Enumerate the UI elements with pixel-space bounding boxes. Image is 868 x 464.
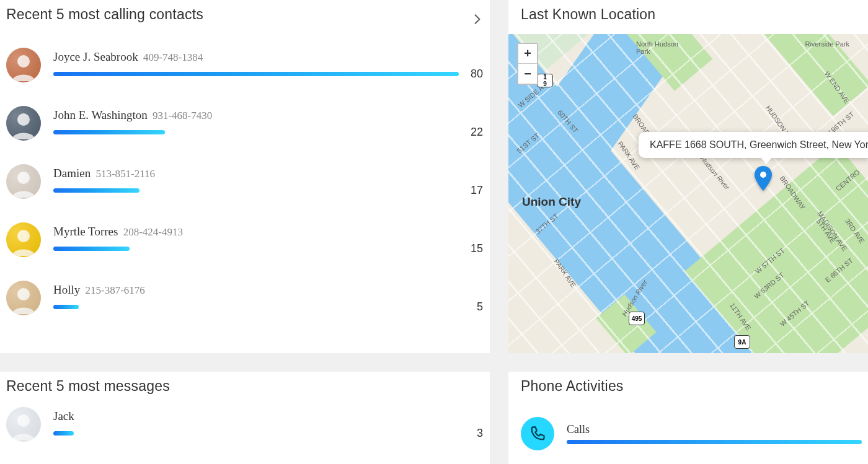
route-badge: 9A bbox=[734, 335, 750, 349]
bar-fill bbox=[53, 305, 79, 309]
bar-track bbox=[53, 130, 459, 134]
avatar[interactable] bbox=[6, 222, 41, 257]
avatar[interactable] bbox=[6, 407, 41, 442]
contacts-panel-title: Recent 5 most calling contacts bbox=[6, 6, 203, 23]
bar-fill bbox=[53, 130, 165, 134]
bar-track bbox=[53, 188, 459, 193]
activity-bar bbox=[567, 440, 862, 444]
contacts-panel: Recent 5 most calling contacts Joyce J. … bbox=[0, 0, 490, 353]
avatar[interactable] bbox=[6, 164, 41, 199]
contact-name: Holly bbox=[53, 283, 80, 296]
contact-name: Damien bbox=[53, 167, 91, 180]
phone-icon bbox=[521, 417, 554, 450]
location-panel-title: Last Known Location bbox=[508, 6, 868, 23]
activity-label: Calls bbox=[567, 423, 862, 436]
bar-fill bbox=[53, 431, 74, 436]
messages-panel-title: Recent 5 most messages bbox=[6, 378, 484, 395]
route-badge: 495 bbox=[629, 312, 645, 325]
svg-point-4 bbox=[17, 288, 30, 300]
contact-phone: 931-468-7430 bbox=[150, 110, 213, 121]
messages-panel: Recent 5 most messages Jack3 bbox=[0, 372, 490, 464]
svg-point-5 bbox=[760, 172, 766, 178]
contact-phone: 409-748-1384 bbox=[141, 51, 203, 63]
contact-row[interactable]: Jack3 bbox=[6, 407, 484, 442]
contact-phone: 208-424-4913 bbox=[120, 226, 183, 238]
avatar[interactable] bbox=[6, 281, 41, 315]
svg-point-2 bbox=[17, 172, 30, 184]
contact-row[interactable]: Damien 513-851-211617 bbox=[6, 164, 484, 199]
contact-name: Jack bbox=[53, 409, 74, 422]
bar-count: 80 bbox=[465, 68, 484, 81]
activities-panel: Phone Activities Calls bbox=[508, 372, 868, 464]
contacts-list: Joyce J. Seabrook 409-748-138480John E. … bbox=[6, 48, 484, 315]
activities-list: Calls bbox=[521, 417, 862, 450]
avatar[interactable] bbox=[6, 106, 41, 141]
zoom-in-button[interactable]: + bbox=[518, 44, 537, 64]
map-popup[interactable]: KAFFE 1668 SOUTH, Greenwich Street, New … bbox=[639, 132, 868, 158]
bar-track bbox=[53, 247, 459, 251]
location-panel: Last Known Location Union City North Hud… bbox=[508, 0, 868, 353]
avatar[interactable] bbox=[6, 48, 41, 82]
bar-count: 22 bbox=[465, 126, 484, 139]
svg-point-3 bbox=[17, 230, 30, 242]
contact-phone: 215-387-6176 bbox=[82, 284, 145, 296]
bar-track bbox=[53, 72, 459, 76]
map-city-label: Union City bbox=[522, 195, 581, 209]
bar-fill bbox=[53, 188, 140, 193]
contact-row[interactable]: Joyce J. Seabrook 409-748-138480 bbox=[6, 48, 484, 82]
chevron-right-icon[interactable] bbox=[474, 14, 484, 28]
route-badge: 19 bbox=[537, 74, 553, 87]
svg-point-0 bbox=[17, 55, 30, 68]
contact-row[interactable]: Holly 215-387-61765 bbox=[6, 281, 484, 315]
activity-row[interactable]: Calls bbox=[521, 417, 862, 450]
contact-row[interactable]: Myrtle Torres 208-424-491315 bbox=[6, 222, 484, 257]
activities-panel-title: Phone Activities bbox=[521, 378, 862, 395]
bar-fill bbox=[53, 247, 130, 251]
bar-count: 5 bbox=[465, 300, 484, 313]
contact-name: John E. Washington bbox=[53, 108, 148, 121]
bar-track bbox=[53, 431, 459, 436]
contact-row[interactable]: John E. Washington 931-468-743022 bbox=[6, 106, 484, 141]
messages-list: Jack3 bbox=[6, 407, 484, 442]
svg-point-1 bbox=[17, 113, 30, 126]
bar-track bbox=[53, 305, 459, 309]
map-park-label: Riverside Park bbox=[805, 40, 849, 48]
map-pin-icon[interactable] bbox=[754, 166, 773, 191]
bar-count: 15 bbox=[465, 242, 484, 255]
contact-phone: 513-851-2116 bbox=[93, 168, 155, 180]
bar-count: 17 bbox=[465, 184, 484, 197]
contact-name: Myrtle Torres bbox=[53, 225, 118, 238]
bar-fill bbox=[53, 72, 459, 76]
map-popup-address: KAFFE 1668 SOUTH, Greenwich Street, New … bbox=[650, 139, 868, 150]
map[interactable]: Union City North HudsonPark Riverside Pa… bbox=[508, 34, 868, 353]
map-zoom-controls: + − bbox=[517, 43, 538, 85]
svg-point-6 bbox=[17, 414, 30, 427]
map-park-label: North HudsonPark bbox=[636, 40, 678, 55]
zoom-out-button[interactable]: − bbox=[518, 64, 537, 84]
bar-count: 3 bbox=[465, 427, 484, 440]
contact-name: Joyce J. Seabrook bbox=[53, 50, 138, 63]
